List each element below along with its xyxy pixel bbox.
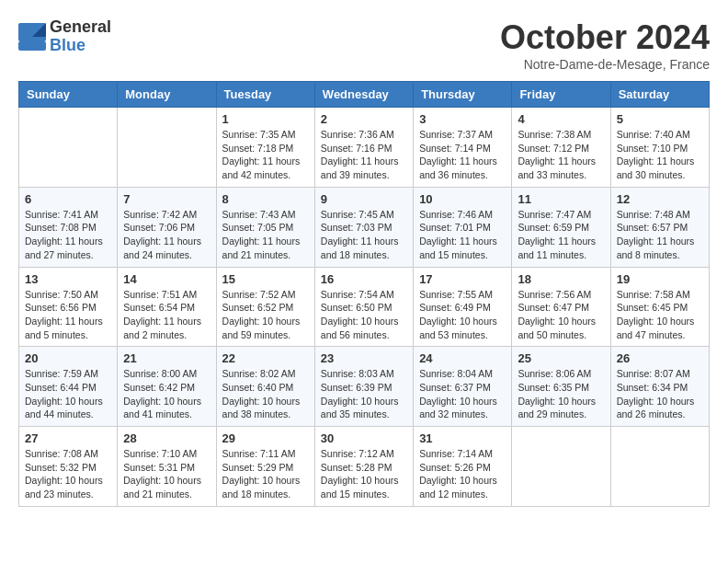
weekday-row: SundayMondayTuesdayWednesdayThursdayFrid… [19,82,710,108]
day-number: 30 [321,431,407,445]
day-number: 11 [518,192,604,206]
day-info: Sunrise: 8:06 AM Sunset: 6:35 PM Dayligh… [518,367,604,421]
calendar-cell: 4Sunrise: 7:38 AM Sunset: 7:12 PM Daylig… [512,108,610,188]
calendar-cell: 30Sunrise: 7:12 AM Sunset: 5:28 PM Dayli… [314,427,413,507]
logo-icon [18,23,46,51]
day-number: 13 [25,272,111,286]
calendar-cell: 21Sunrise: 8:00 AM Sunset: 6:42 PM Dayli… [118,347,216,427]
day-number: 21 [123,351,210,365]
day-number: 6 [25,192,111,206]
calendar-cell: 20Sunrise: 7:59 AM Sunset: 6:44 PM Dayli… [19,347,118,427]
day-info: Sunrise: 7:43 AM Sunset: 7:05 PM Dayligh… [222,208,309,262]
calendar-week-2: 6Sunrise: 7:41 AM Sunset: 7:08 PM Daylig… [19,187,710,267]
day-info: Sunrise: 7:59 AM Sunset: 6:44 PM Dayligh… [25,367,111,421]
day-info: Sunrise: 7:51 AM Sunset: 6:54 PM Dayligh… [123,288,210,342]
day-info: Sunrise: 7:40 AM Sunset: 7:10 PM Dayligh… [617,128,703,182]
calendar-cell: 15Sunrise: 7:52 AM Sunset: 6:52 PM Dayli… [216,267,314,347]
day-number: 2 [321,112,407,126]
day-number: 31 [419,431,506,445]
day-number: 18 [518,272,604,286]
calendar-cell: 11Sunrise: 7:47 AM Sunset: 6:59 PM Dayli… [512,187,610,267]
day-number: 20 [25,351,111,365]
day-info: Sunrise: 8:00 AM Sunset: 6:42 PM Dayligh… [123,367,210,421]
calendar-table: SundayMondayTuesdayWednesdayThursdayFrid… [18,81,710,507]
day-number: 10 [419,192,506,206]
calendar-cell: 26Sunrise: 8:07 AM Sunset: 6:34 PM Dayli… [610,347,709,427]
day-info: Sunrise: 7:50 AM Sunset: 6:56 PM Dayligh… [25,288,111,342]
day-info: Sunrise: 7:48 AM Sunset: 6:57 PM Dayligh… [617,208,703,262]
calendar-body: 1Sunrise: 7:35 AM Sunset: 7:18 PM Daylig… [19,108,710,507]
logo-text: General Blue [50,18,111,55]
day-number: 7 [123,192,210,206]
day-info: Sunrise: 7:11 AM Sunset: 5:29 PM Dayligh… [222,447,309,501]
day-number: 4 [518,112,604,126]
weekday-header-sunday: Sunday [19,82,118,108]
day-number: 23 [321,351,407,365]
calendar-cell: 25Sunrise: 8:06 AM Sunset: 6:35 PM Dayli… [512,347,610,427]
day-number: 19 [617,272,703,286]
calendar-cell: 23Sunrise: 8:03 AM Sunset: 6:39 PM Dayli… [314,347,413,427]
calendar-cell: 12Sunrise: 7:48 AM Sunset: 6:57 PM Dayli… [610,187,709,267]
day-info: Sunrise: 7:12 AM Sunset: 5:28 PM Dayligh… [321,447,407,501]
day-info: Sunrise: 7:45 AM Sunset: 7:03 PM Dayligh… [321,208,407,262]
day-info: Sunrise: 8:03 AM Sunset: 6:39 PM Dayligh… [321,367,407,421]
svg-rect-2 [18,41,46,51]
calendar-cell: 18Sunrise: 7:56 AM Sunset: 6:47 PM Dayli… [512,267,610,347]
calendar-week-3: 13Sunrise: 7:50 AM Sunset: 6:56 PM Dayli… [19,267,710,347]
calendar-cell: 27Sunrise: 7:08 AM Sunset: 5:32 PM Dayli… [19,427,118,507]
calendar-cell: 5Sunrise: 7:40 AM Sunset: 7:10 PM Daylig… [610,108,709,188]
calendar-cell: 14Sunrise: 7:51 AM Sunset: 6:54 PM Dayli… [118,267,216,347]
day-info: Sunrise: 7:14 AM Sunset: 5:26 PM Dayligh… [419,447,506,501]
day-number: 8 [222,192,309,206]
calendar-cell [512,427,610,507]
calendar-cell: 28Sunrise: 7:10 AM Sunset: 5:31 PM Dayli… [118,427,216,507]
day-info: Sunrise: 7:56 AM Sunset: 6:47 PM Dayligh… [518,288,604,342]
weekday-header-saturday: Saturday [610,82,709,108]
weekday-header-tuesday: Tuesday [216,82,314,108]
weekday-header-wednesday: Wednesday [314,82,413,108]
calendar-week-1: 1Sunrise: 7:35 AM Sunset: 7:18 PM Daylig… [19,108,710,188]
day-info: Sunrise: 8:04 AM Sunset: 6:37 PM Dayligh… [419,367,506,421]
calendar-cell: 9Sunrise: 7:45 AM Sunset: 7:03 PM Daylig… [314,187,413,267]
calendar-cell: 2Sunrise: 7:36 AM Sunset: 7:16 PM Daylig… [314,108,413,188]
weekday-header-friday: Friday [512,82,610,108]
day-number: 12 [617,192,703,206]
page-header: General Blue October 2024 Notre-Dame-de-… [18,18,710,72]
day-number: 27 [25,431,111,445]
day-number: 22 [222,351,309,365]
day-number: 24 [419,351,506,365]
day-number: 16 [321,272,407,286]
calendar-cell: 8Sunrise: 7:43 AM Sunset: 7:05 PM Daylig… [216,187,314,267]
calendar-cell [19,108,118,188]
day-number: 9 [321,192,407,206]
calendar-cell: 31Sunrise: 7:14 AM Sunset: 5:26 PM Dayli… [414,427,512,507]
calendar-cell: 24Sunrise: 8:04 AM Sunset: 6:37 PM Dayli… [414,347,512,427]
day-number: 15 [222,272,309,286]
day-info: Sunrise: 7:35 AM Sunset: 7:18 PM Dayligh… [222,128,309,182]
day-number: 17 [419,272,506,286]
day-info: Sunrise: 8:02 AM Sunset: 6:40 PM Dayligh… [222,367,309,421]
day-info: Sunrise: 7:38 AM Sunset: 7:12 PM Dayligh… [518,128,604,182]
day-info: Sunrise: 7:52 AM Sunset: 6:52 PM Dayligh… [222,288,309,342]
logo: General Blue [18,18,111,55]
calendar-cell: 17Sunrise: 7:55 AM Sunset: 6:49 PM Dayli… [414,267,512,347]
day-number: 29 [222,431,309,445]
day-info: Sunrise: 7:37 AM Sunset: 7:14 PM Dayligh… [419,128,506,182]
day-info: Sunrise: 7:42 AM Sunset: 7:06 PM Dayligh… [123,208,210,262]
calendar-cell: 3Sunrise: 7:37 AM Sunset: 7:14 PM Daylig… [414,108,512,188]
calendar-week-4: 20Sunrise: 7:59 AM Sunset: 6:44 PM Dayli… [19,347,710,427]
calendar-header: SundayMondayTuesdayWednesdayThursdayFrid… [19,82,710,108]
day-info: Sunrise: 7:46 AM Sunset: 7:01 PM Dayligh… [419,208,506,262]
calendar-cell: 1Sunrise: 7:35 AM Sunset: 7:18 PM Daylig… [216,108,314,188]
day-info: Sunrise: 7:55 AM Sunset: 6:49 PM Dayligh… [419,288,506,342]
day-info: Sunrise: 7:47 AM Sunset: 6:59 PM Dayligh… [518,208,604,262]
day-info: Sunrise: 7:36 AM Sunset: 7:16 PM Dayligh… [321,128,407,182]
day-number: 3 [419,112,506,126]
day-info: Sunrise: 7:10 AM Sunset: 5:31 PM Dayligh… [123,447,210,501]
calendar-week-5: 27Sunrise: 7:08 AM Sunset: 5:32 PM Dayli… [19,427,710,507]
day-info: Sunrise: 7:58 AM Sunset: 6:45 PM Dayligh… [617,288,703,342]
calendar-cell: 19Sunrise: 7:58 AM Sunset: 6:45 PM Dayli… [610,267,709,347]
logo-blue: Blue [50,37,111,55]
calendar-cell: 22Sunrise: 8:02 AM Sunset: 6:40 PM Dayli… [216,347,314,427]
calendar-cell: 10Sunrise: 7:46 AM Sunset: 7:01 PM Dayli… [414,187,512,267]
